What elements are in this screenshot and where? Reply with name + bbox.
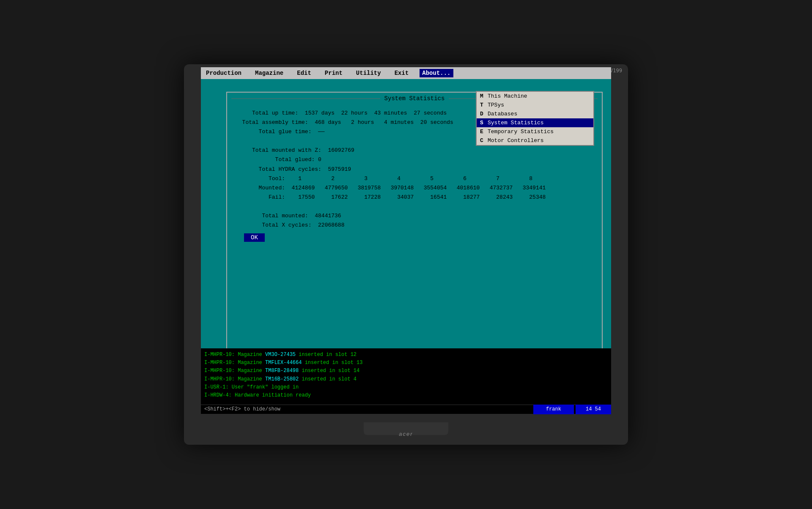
- dropdown-label-tpsys: TPSys: [488, 102, 504, 108]
- menu-production[interactable]: Production: [203, 69, 244, 77]
- statusbar-hint: <Shift>+<F2> to hide/show: [201, 405, 533, 413]
- log-line-1: I-MHPR-10: Magazine VM3O-27435 inserted …: [204, 351, 608, 359]
- stats-title: System Statistics: [380, 95, 449, 102]
- menubar: Production Magazine Edit Print Utility E…: [201, 67, 611, 79]
- about-dropdown: M This Machine T TPSys D Databases S Sys…: [476, 91, 594, 146]
- menu-edit[interactable]: Edit: [294, 69, 314, 77]
- log-line-2: I-MHPR-10: Magazine TMFLEX-44664 inserte…: [204, 359, 608, 367]
- monitor-label: V199: [610, 68, 622, 74]
- shortcut-c: C: [480, 137, 485, 144]
- screen: Production Magazine Edit Print Utility E…: [201, 67, 611, 414]
- log-line-3: I-MHPR-10: Magazine TM8FB-28498 inserted…: [204, 367, 608, 375]
- statusbar-user: frank: [533, 405, 574, 414]
- log-line-4: I-MHPR-10: Magazine TM16B-25802 inserted…: [204, 375, 608, 383]
- menu-about[interactable]: About...: [420, 69, 453, 77]
- dropdown-item-system-statistics[interactable]: S System Statistics: [477, 118, 593, 127]
- dropdown-item-databases[interactable]: D Databases: [477, 109, 593, 118]
- stat-blank2: [236, 202, 593, 211]
- dropdown-label-databases: Databases: [488, 111, 517, 117]
- dropdown-item-temporary-statistics[interactable]: E Temporary Statistics: [477, 127, 593, 136]
- stat-mounted-z: Total mounted with Z: 16092769: [236, 146, 593, 155]
- statusbar-coords: 14 54: [576, 405, 611, 414]
- ok-button[interactable]: OK: [244, 233, 265, 242]
- main-area: M This Machine T TPSys D Databases S Sys…: [201, 79, 611, 380]
- dropdown-label-motor-controllers: Motor Controllers: [488, 137, 544, 144]
- menu-utility[interactable]: Utility: [354, 69, 384, 77]
- monitor: V199 Production Magazine Edit Print Util…: [184, 64, 628, 445]
- shortcut-s: S: [480, 120, 485, 126]
- shortcut-e: E: [480, 129, 485, 135]
- stat-glued: Total glued: 0: [236, 155, 593, 164]
- dropdown-label-this-machine: This Machine: [488, 93, 527, 99]
- shortcut-m: M: [480, 93, 485, 99]
- stat-fail-row: Fail: 17550 17622 17228 34037 16541 1827…: [236, 193, 593, 202]
- dropdown-item-this-machine[interactable]: M This Machine: [477, 92, 593, 101]
- statusbar: <Shift>+<F2> to hide/show frank 14 54: [201, 405, 611, 414]
- dropdown-item-tpsys[interactable]: T TPSys: [477, 101, 593, 109]
- menu-exit[interactable]: Exit: [392, 69, 411, 77]
- monitor-brand: acer: [399, 431, 413, 437]
- log-line-5: I-USR-1: User "frank" logged in: [204, 383, 608, 391]
- stat-total-x: Total X cycles: 22068688: [236, 221, 593, 230]
- ok-button-container: OK: [236, 233, 593, 243]
- log-area: I-MHPR-10: Magazine VM3O-27435 inserted …: [201, 348, 611, 414]
- stat-mounted-row: Mounted: 4124869 4779650 3819758 3970148…: [236, 183, 593, 193]
- stat-tool-header: Tool: 1 2 3 4 5 6 7 8: [236, 174, 593, 183]
- stat-total-mounted: Total mounted: 48441736: [236, 211, 593, 221]
- shortcut-t: T: [480, 102, 485, 108]
- menu-print[interactable]: Print: [322, 69, 345, 77]
- dropdown-label-system-statistics: System Statistics: [488, 120, 544, 126]
- dropdown-label-temporary-statistics: Temporary Statistics: [488, 129, 554, 135]
- shortcut-d: D: [480, 111, 485, 117]
- menu-magazine[interactable]: Magazine: [252, 69, 286, 77]
- stat-hydra: Total HYDRA cycles: 5975919: [236, 165, 593, 174]
- dropdown-item-motor-controllers[interactable]: C Motor Controllers: [477, 136, 593, 145]
- log-line-6: I-HRDW-4: Hardware initiation ready: [204, 391, 608, 400]
